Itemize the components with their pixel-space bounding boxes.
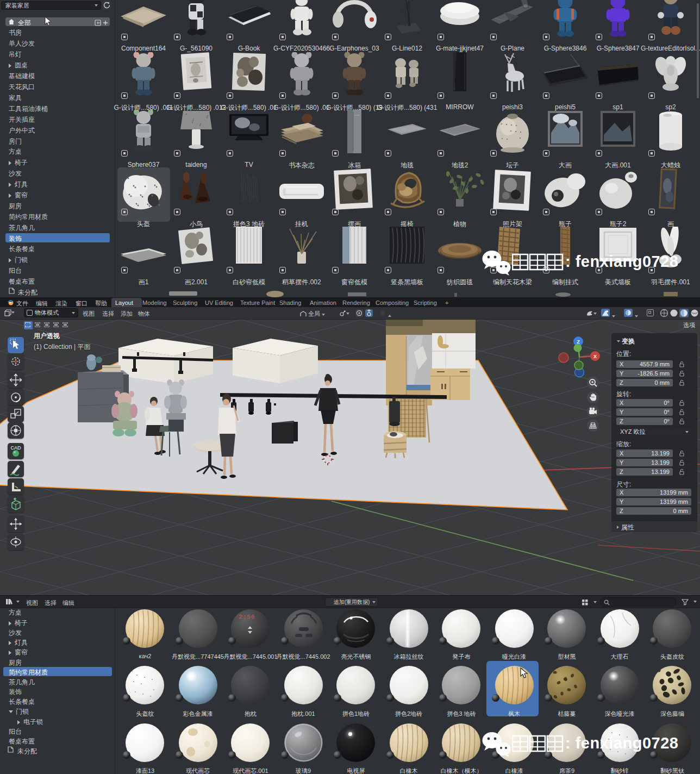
svg-text:CAD: CAD xyxy=(10,445,21,451)
svg-text:Z: Z xyxy=(577,339,580,345)
svg-text:X: X xyxy=(593,354,597,359)
